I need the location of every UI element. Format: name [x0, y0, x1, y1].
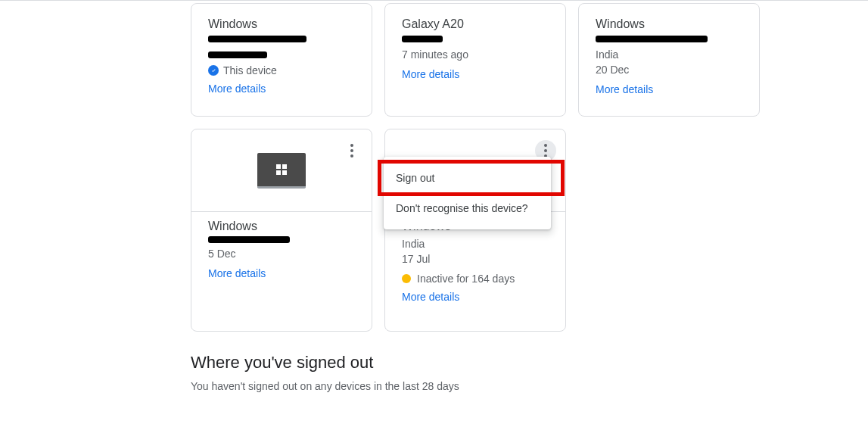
device-location: India	[402, 236, 550, 251]
redacted-text	[208, 236, 290, 243]
device-menu: Sign out Don't recognise this device?	[384, 157, 551, 229]
redacted-text	[402, 36, 443, 42]
device-title: Windows	[596, 17, 744, 31]
device-time: 7 minutes ago	[402, 47, 550, 62]
more-details-link[interactable]: More details	[402, 291, 550, 303]
redacted-text	[208, 36, 306, 42]
redacted-text	[208, 51, 267, 58]
menu-item-label: Sign out	[396, 172, 434, 184]
device-card: Windows India 20 Dec More details	[578, 3, 760, 117]
inactive-label: Inactive for 164 days	[417, 273, 515, 285]
device-card: Windows 5 Dec More details	[191, 129, 372, 332]
this-device-indicator: This device	[208, 64, 356, 76]
device-card: Windows This device More details	[191, 3, 372, 117]
check-circle-icon	[208, 65, 219, 76]
device-card: Sign out Don't recognise this device?	[384, 129, 566, 332]
signed-out-heading: Where you've signed out	[191, 353, 868, 373]
more-details-link[interactable]: More details	[596, 83, 744, 95]
device-location: India	[596, 47, 744, 62]
device-time: 17 Jul	[402, 251, 550, 267]
more-details-link[interactable]: More details	[208, 83, 356, 95]
redacted-text	[596, 36, 708, 42]
signed-out-text: You haven't signed out on any devices in…	[191, 380, 868, 392]
this-device-label: This device	[223, 64, 277, 76]
device-title: Windows	[208, 17, 356, 31]
device-title: Galaxy A20	[402, 17, 550, 31]
more-details-link[interactable]: More details	[208, 267, 356, 279]
menu-item-dont-recognise[interactable]: Don't recognise this device?	[384, 193, 551, 223]
more-details-link[interactable]: More details	[402, 68, 550, 80]
device-card: Galaxy A20 7 minutes ago More details	[384, 3, 566, 117]
warning-dot-icon	[402, 274, 411, 283]
menu-item-sign-out[interactable]: Sign out	[384, 163, 551, 193]
more-vert-icon	[350, 144, 353, 157]
card-menu-button[interactable]	[341, 140, 362, 161]
menu-item-label: Don't recognise this device?	[396, 202, 528, 214]
device-time: 20 Dec	[596, 62, 744, 77]
device-time: 5 Dec	[208, 246, 356, 261]
windows-device-icon	[257, 153, 306, 189]
inactive-indicator: Inactive for 164 days	[402, 273, 550, 285]
device-title: Windows	[208, 220, 356, 233]
